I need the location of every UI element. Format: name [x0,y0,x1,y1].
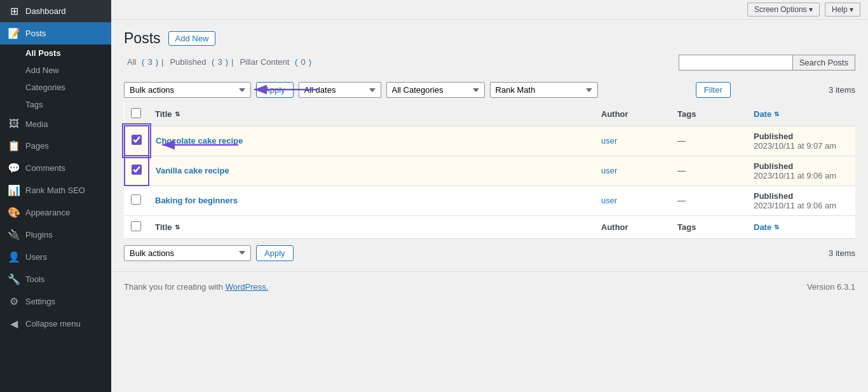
comments-icon: 💬 [8,162,20,174]
sidebar-item-label: Posts [25,29,46,38]
date-footer-header[interactable]: Date ⇅ [747,215,855,238]
sidebar: ⊞ Dashboard 📝 Posts All Posts Add New Ca… [0,0,111,392]
sidebar-item-label: Pages [25,141,49,151]
sidebar-item-label: Tools [25,274,44,284]
sidebar-item-tags[interactable]: Tags [0,96,111,113]
sidebar-item-pages[interactable]: 📋 Pages [0,135,111,157]
collapse-menu[interactable]: ◀ Collapse menu [0,313,111,335]
tags-cell-0: — [671,126,747,156]
version: Version 6.3.1 [807,282,855,292]
main-content: Screen Options ▾ Help ▾ Posts Add New Al… [111,0,868,392]
date-footer-sort-icon: ⇅ [774,224,779,231]
collapse-label: Collapse menu [25,319,81,328]
sidebar-item-settings[interactable]: ⚙ Settings [0,290,111,313]
date-header[interactable]: Date ⇅ [747,103,855,126]
tags-footer-header: Tags [671,215,747,238]
sidebar-item-dashboard[interactable]: ⊞ Dashboard [0,0,111,22]
sidebar-item-users[interactable]: 👤 Users [0,246,111,268]
sidebar-item-tools[interactable]: 🔧 Tools [0,268,111,290]
search-button[interactable]: Search Posts [793,55,855,71]
collapse-icon: ◀ [8,318,20,330]
sidebar-item-comments[interactable]: 💬 Comments [0,157,111,179]
filter-button[interactable]: Filter [696,82,731,98]
sidebar-item-all-posts[interactable]: All Posts [0,44,111,62]
date-cell-1: Published2023/10/11 at 9:06 am [747,156,855,186]
sidebar-item-categories[interactable]: Categories [0,79,111,96]
items-count-top: 3 items [829,85,855,95]
bulk-actions-bottom-select[interactable]: Bulk actions Edit Move to Trash [124,245,251,261]
posts-table: Title ⇅ Author Tags Date ⇅ [124,103,855,239]
sidebar-item-posts[interactable]: 📝 Posts [0,22,111,44]
table-row: Baking for beginnersuser—Published2023/1… [125,186,855,215]
table-row: Vanilla cake recipeuser—Published2023/10… [125,156,855,186]
title-footer-sort-icon: ⇅ [175,224,180,231]
sidebar-item-media[interactable]: 🖼 Media [0,113,111,135]
author-link-1[interactable]: user [601,166,617,175]
post-title-1[interactable]: Vanilla cake recipe [156,166,229,175]
sidebar-item-label: Comments [25,163,65,173]
author-header: Author [595,103,671,126]
row-arrow-annotation [156,135,257,154]
table-row: Chocolate cake recipeuser—Published2023/… [125,126,855,156]
sidebar-item-label: Media [25,119,48,129]
settings-icon: ⚙ [8,295,20,308]
sidebar-item-label: Appearance [25,208,70,217]
apply-bottom-button[interactable]: Apply [256,245,294,261]
table-header-row: Title ⇅ Author Tags Date ⇅ [125,103,855,126]
sidebar-item-plugins[interactable]: 🔌 Plugins [0,224,111,246]
help-button[interactable]: Help ▾ [825,3,860,17]
rank-math-select[interactable]: Rank Math All Good OK Bad No Data [490,82,598,98]
title-header[interactable]: Title ⇅ [149,103,595,126]
title-footer-header[interactable]: Title ⇅ [149,215,595,238]
sidebar-item-rank-math-seo[interactable]: 📊 Rank Math SEO [0,179,111,201]
date-cell-2: Published2023/10/11 at 9:06 am [747,186,855,215]
table-footer-header-row: Title ⇅ Author Tags Date ⇅ [125,215,855,238]
select-all-checkbox[interactable] [131,108,141,118]
wordpress-link[interactable]: WordPress. [226,282,269,292]
posts-icon: 📝 [8,27,20,39]
author-footer-header: Author [595,215,671,238]
search-input[interactable] [679,55,793,71]
posts-submenu: All Posts Add New Categories Tags [0,44,111,113]
topbar: Screen Options ▾ Help ▾ [111,0,868,20]
sidebar-item-label: Dashboard [25,6,66,16]
rank-math-icon: 📊 [8,184,20,196]
filter-pillar[interactable]: Pillar Content (0) [236,57,311,67]
filter-published[interactable]: Published (3) [166,57,228,67]
plugins-icon: 🔌 [8,229,20,241]
users-icon: 👤 [8,251,20,263]
tags-cell-2: — [671,186,747,215]
top-action-bar: Bulk actions Edit Move to Trash Apply Al… [124,82,855,98]
tags-header: Tags [671,103,747,126]
tags-cell-1: — [671,156,747,186]
select-all-cell [125,103,149,126]
row-checkbox-1[interactable] [132,165,142,175]
filter-links: All (3) | Published (3) | Pillar Content… [124,57,311,67]
sidebar-item-label: Plugins [25,230,53,240]
bulk-actions-top-select[interactable]: Bulk actions Edit Move to Trash [124,82,251,98]
author-link-0[interactable]: user [601,136,617,145]
post-title-2[interactable]: Baking for beginners [155,196,238,205]
select-all-footer-checkbox[interactable] [131,221,141,231]
add-new-button[interactable]: Add New [168,31,216,46]
sidebar-item-label: Settings [25,297,55,306]
sidebar-item-add-new[interactable]: Add New [0,62,111,79]
bottom-action-bar: Bulk actions Edit Move to Trash Apply 3 … [124,245,855,261]
row-checkbox-0[interactable] [132,135,142,145]
page-title: Posts [124,30,161,47]
items-count-bottom: 3 items [829,248,855,258]
date-cell-0: Published2023/10/11 at 9:07 am [747,126,855,156]
screen-options-button[interactable]: Screen Options ▾ [747,3,820,17]
sidebar-item-appearance[interactable]: 🎨 Appearance [0,201,111,224]
pages-icon: 📋 [8,140,20,152]
page-header: Posts Add New [124,30,855,47]
filter-all[interactable]: All (3) [124,57,158,67]
categories-select[interactable]: All Categories [386,82,485,98]
select-all-footer-cell [125,215,149,238]
author-link-2[interactable]: user [601,196,617,205]
row-checkbox-2[interactable] [131,194,141,205]
dashboard-icon: ⊞ [8,5,20,17]
sidebar-item-label: Users [25,252,47,262]
content-area: Posts Add New All (3) | Published (3) | [111,20,868,271]
tools-icon: 🔧 [8,273,20,285]
